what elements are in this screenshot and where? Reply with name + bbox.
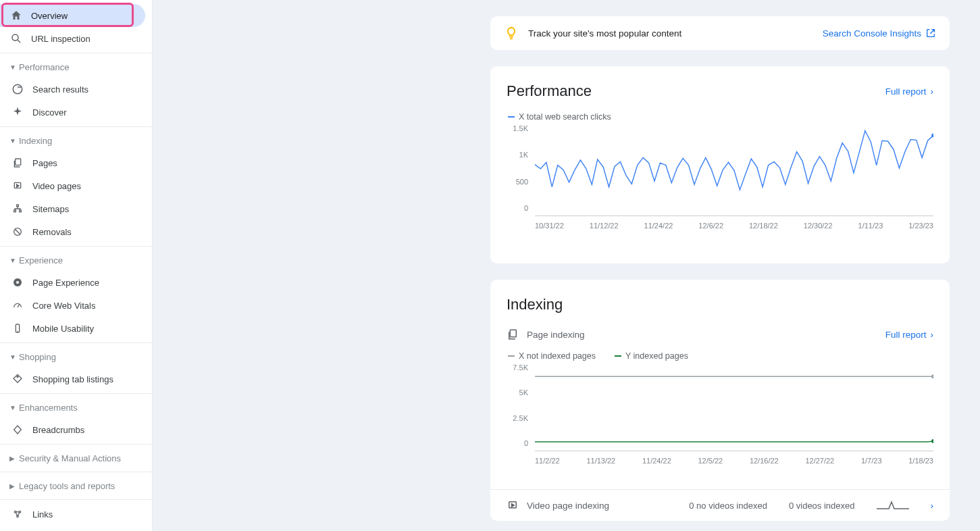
nav-page-experience[interactable]: Page Experience bbox=[0, 271, 152, 294]
nav-mobile-usability[interactable]: Mobile Usability bbox=[0, 317, 152, 340]
indexing-title: Indexing bbox=[507, 296, 563, 313]
nav-video-pages[interactable]: Video pages bbox=[0, 174, 152, 197]
svg-point-0 bbox=[12, 34, 18, 41]
performance-full-report-link[interactable]: Full report › bbox=[885, 86, 933, 97]
magnifier-icon bbox=[9, 32, 23, 45]
video-indexing-label: Video page indexing bbox=[527, 501, 609, 511]
indexing-full-report-link[interactable]: Full report › bbox=[885, 330, 933, 340]
caret-down-icon: ▼ bbox=[9, 257, 16, 264]
insights-banner-card: Track your site's most popular content S… bbox=[490, 16, 950, 50]
sidebar: Overview URL inspection ▼ Performance Se… bbox=[0, 0, 153, 531]
nav-links[interactable]: Links bbox=[0, 503, 152, 526]
nav-sitemaps[interactable]: Sitemaps bbox=[0, 197, 152, 220]
nav-url-inspection-label: URL inspection bbox=[31, 34, 91, 44]
caret-right-icon: ▶ bbox=[9, 455, 16, 462]
diamond-icon bbox=[11, 423, 24, 436]
svg-rect-18 bbox=[510, 330, 516, 337]
video-page-indexing-row[interactable]: Video page indexing 0 no videos indexed … bbox=[490, 489, 950, 521]
no-videos-stat: 0 no videos indexed bbox=[689, 501, 767, 511]
chevron-right-icon[interactable]: › bbox=[931, 501, 934, 511]
caret-down-icon: ▼ bbox=[9, 404, 16, 411]
performance-chart: 1.5K1K5000 10/31/2211/12/2211/24/2212/6/… bbox=[507, 128, 933, 250]
nav-section-enhancements[interactable]: ▼ Enhancements bbox=[0, 397, 152, 418]
nav-section-security[interactable]: ▶ Security & Manual Actions bbox=[0, 447, 152, 469]
svg-point-19 bbox=[931, 374, 933, 378]
google-g-icon bbox=[11, 82, 24, 96]
caret-down-icon: ▼ bbox=[9, 64, 16, 71]
svg-rect-6 bbox=[20, 210, 22, 212]
caret-right-icon: ▶ bbox=[9, 482, 16, 490]
nav-breadcrumbs[interactable]: Breadcrumbs bbox=[0, 418, 152, 441]
nav-core-web-vitals[interactable]: Core Web Vitals bbox=[0, 294, 152, 317]
indexing-legend: X not indexed pages Y indexed pages bbox=[507, 351, 933, 361]
mobile-icon bbox=[11, 322, 24, 335]
nav-section-performance[interactable]: ▼ Performance bbox=[0, 56, 152, 78]
nav-section-legacy[interactable]: ▶ Legacy tools and reports bbox=[0, 475, 152, 497]
videos-indexed-stat: 0 videos indexed bbox=[789, 501, 855, 511]
nav-settings[interactable]: Settings bbox=[0, 526, 152, 531]
nav-section-experience[interactable]: ▼ Experience bbox=[0, 249, 152, 271]
page-experience-icon bbox=[11, 276, 24, 289]
nav-shopping-tab[interactable]: Shopping tab listings bbox=[0, 368, 152, 390]
svg-rect-4 bbox=[17, 205, 19, 207]
tag-icon bbox=[11, 372, 24, 386]
external-link-icon bbox=[925, 28, 936, 39]
caret-down-icon: ▼ bbox=[9, 137, 16, 145]
svg-point-11 bbox=[17, 376, 18, 378]
page-indexing-label: Page indexing bbox=[527, 330, 585, 340]
sitemap-icon bbox=[11, 202, 24, 216]
svg-point-1 bbox=[13, 84, 22, 94]
nav-section-shopping[interactable]: ▼ Shopping bbox=[0, 346, 152, 368]
indexing-chart: 7.5K5K2.5K0 11/2/2211/13/2211/24/2212/5/… bbox=[507, 368, 933, 476]
nav-search-results[interactable]: Search results bbox=[0, 78, 152, 101]
nav-url-inspection[interactable]: URL inspection bbox=[0, 27, 152, 50]
svg-point-20 bbox=[931, 439, 933, 443]
nav-removals[interactable]: Removals bbox=[0, 220, 152, 243]
home-icon bbox=[9, 9, 23, 22]
links-icon bbox=[11, 507, 24, 521]
performance-title: Performance bbox=[507, 82, 592, 100]
sparkline-icon bbox=[877, 501, 909, 510]
caret-down-icon: ▼ bbox=[9, 353, 16, 361]
video-pages-icon bbox=[11, 179, 24, 193]
svg-rect-2 bbox=[16, 159, 21, 165]
removals-icon bbox=[11, 225, 24, 238]
pages-icon bbox=[507, 328, 519, 340]
indexing-card: Indexing Page indexing Full report › X n… bbox=[490, 280, 950, 521]
lightbulb-icon bbox=[504, 26, 519, 41]
video-pages-icon bbox=[507, 499, 519, 511]
performance-legend: X total web search clicks bbox=[507, 112, 933, 122]
performance-card: Performance Full report › X total web se… bbox=[490, 66, 950, 263]
nav-overview-label: Overview bbox=[31, 11, 68, 21]
nav-section-indexing[interactable]: ▼ Indexing bbox=[0, 130, 152, 151]
svg-point-14 bbox=[17, 515, 19, 517]
svg-point-9 bbox=[16, 281, 19, 284]
main-content: Track your site's most popular content S… bbox=[153, 0, 980, 531]
chevron-right-icon: › bbox=[931, 86, 934, 97]
pages-icon bbox=[11, 156, 24, 170]
asterisk-icon bbox=[11, 105, 24, 119]
speedometer-icon bbox=[11, 299, 24, 312]
banner-text: Track your site's most popular content bbox=[528, 28, 823, 39]
nav-pages[interactable]: Pages bbox=[0, 151, 152, 174]
chevron-right-icon: › bbox=[931, 330, 934, 340]
svg-rect-5 bbox=[14, 210, 16, 212]
nav-discover[interactable]: Discover bbox=[0, 101, 152, 124]
nav-overview[interactable]: Overview bbox=[0, 4, 145, 27]
insights-link[interactable]: Search Console Insights bbox=[823, 28, 936, 39]
